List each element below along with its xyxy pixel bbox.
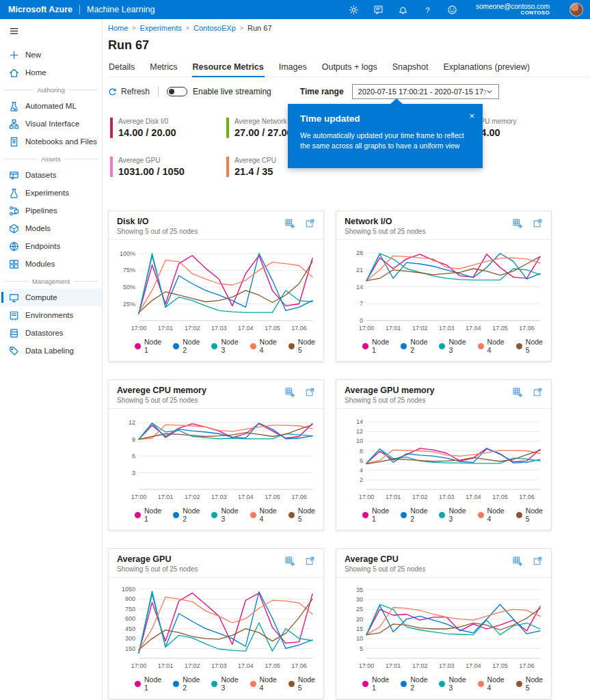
svg-text:17.04: 17.04: [466, 494, 481, 500]
sidebar-item-pipelines[interactable]: Pipelines: [0, 202, 102, 219]
refresh-button[interactable]: Refresh: [108, 87, 150, 96]
sidebar-item-environments[interactable]: Environments: [0, 306, 102, 324]
svg-text:750: 750: [125, 606, 135, 612]
summary-card-label: Averege CPU: [234, 157, 276, 164]
summary-card-3: Averege GPU1031.00 / 1050: [110, 157, 185, 177]
sidebar-item-label: Modules: [25, 260, 55, 268]
chart-actions: [512, 386, 543, 397]
legend-dot: [289, 681, 295, 687]
sidebar-item-automated-ml[interactable]: Automated ML: [0, 97, 102, 115]
sidebar-item-datastores[interactable]: Datastores: [0, 324, 102, 342]
open-external-icon[interactable]: [533, 387, 543, 397]
gear-icon[interactable]: [349, 5, 359, 15]
sidebar-item-new[interactable]: New: [0, 46, 102, 64]
svg-text:7: 7: [360, 300, 363, 307]
main-content: Home>Experiments>ContosoEXp>Run 67 Run 6…: [103, 19, 590, 700]
chart-plot: 510152025303517:0017:0117:0217.0317.0417…: [343, 582, 546, 671]
legend-item-node-3: Node 3: [439, 338, 467, 354]
tab-explanations-preview-[interactable]: Explanations (preview): [443, 59, 531, 77]
svg-text:17:02: 17:02: [412, 325, 428, 332]
sidebar-item-label: Visual Interface: [25, 120, 79, 128]
experiments-icon: [9, 188, 19, 198]
sidebar-item-home[interactable]: Home: [0, 64, 102, 81]
sidebar-item-label: Datasets: [25, 171, 56, 179]
legend-dot: [250, 343, 256, 349]
legend-dot: [362, 681, 368, 687]
legend-dot: [516, 343, 522, 349]
toast-close-icon[interactable]: ×: [469, 111, 474, 121]
breadcrumb-item-0[interactable]: Home: [108, 24, 128, 32]
svg-text:3: 3: [132, 470, 135, 476]
sidebar-item-data-labeling[interactable]: Data Labeling: [0, 342, 102, 360]
svg-text:17.06: 17.06: [519, 494, 535, 500]
sidebar-item-endpoints[interactable]: Endpoints: [0, 237, 102, 255]
time-range-label: Time range: [300, 87, 344, 96]
help-icon[interactable]: ?: [423, 5, 433, 15]
feedback-icon[interactable]: [373, 5, 384, 15]
legend-dot: [478, 512, 484, 518]
sidebar-item-compute[interactable]: Compute: [0, 288, 102, 306]
svg-text:21: 21: [356, 267, 363, 273]
svg-text:17.06: 17.06: [519, 325, 535, 332]
chart-legend: Node 1Node 2Node 3Node 4Node 5: [109, 504, 323, 530]
sidebar-item-experiments[interactable]: Experiments: [0, 184, 102, 202]
legend-dot: [250, 681, 256, 687]
sidebar-item-modules[interactable]: Modules: [0, 255, 102, 273]
tab-outputs-logs[interactable]: Outputs + logs: [321, 59, 378, 77]
svg-text:17.06: 17.06: [291, 662, 307, 669]
avatar[interactable]: [569, 3, 583, 16]
svg-text:17:03: 17:03: [211, 662, 227, 669]
grid-add-icon[interactable]: [284, 387, 295, 397]
tab-images[interactable]: Images: [278, 59, 308, 77]
open-external-icon[interactable]: [305, 387, 315, 397]
svg-text:17:00: 17:00: [131, 325, 147, 332]
tab-bar: DetailsMetricsResource MetricsImagesOutp…: [108, 59, 590, 77]
tab-metrics[interactable]: Metrics: [149, 59, 178, 77]
time-range-dropdown[interactable]: 2020-07-15 17:00:21 - 2020-07-15 17:06:3…: [352, 84, 499, 99]
account-info[interactable]: someone@contoso.com CONTOSO: [476, 3, 550, 16]
sidebar-item-label: Models: [25, 224, 51, 232]
sidebar-item-notebooks-and-files[interactable]: Notebooks and Files: [0, 133, 102, 150]
svg-text:15: 15: [356, 625, 363, 632]
svg-text:6: 6: [360, 457, 363, 464]
chart-card-header: Disk I/OShowing 5 out of 25 nodes: [109, 211, 323, 240]
open-external-icon[interactable]: [533, 218, 543, 228]
chart-title: Average GPU: [117, 554, 198, 564]
grid-add-icon[interactable]: [284, 556, 295, 566]
legend-label: Node 2: [410, 675, 429, 692]
grid-add-icon[interactable]: [512, 556, 522, 566]
chart-card-averege-cpu-memory: Averege CPU memoryShowing 5 out of 25 no…: [108, 379, 324, 530]
chart-actions: [512, 554, 543, 566]
legend-label: Node 2: [183, 338, 201, 354]
tab-resource-metrics[interactable]: Resource Metrics: [192, 59, 265, 77]
breadcrumb-item-2[interactable]: ContosoEXp: [193, 24, 236, 32]
legend-item-node-2: Node 2: [401, 507, 429, 523]
live-streaming-toggle[interactable]: [167, 87, 187, 96]
grid-add-icon[interactable]: [512, 218, 522, 228]
sidebar-item-visual-interface[interactable]: Visual Interface: [0, 115, 102, 133]
bell-icon[interactable]: [398, 5, 408, 15]
smiley-icon[interactable]: [447, 5, 457, 15]
legend-dot: [362, 343, 368, 349]
tab-details[interactable]: Details: [108, 59, 135, 77]
breadcrumb-item-1[interactable]: Experiments: [140, 24, 182, 32]
legend-item-node-5: Node 5: [516, 507, 544, 523]
open-external-icon[interactable]: [305, 556, 315, 566]
legend-dot: [135, 681, 141, 687]
svg-text:35: 35: [356, 587, 363, 593]
chart-plot-area: 0714212817:0017:0117:0217.0317.0417.0517…: [336, 240, 551, 336]
svg-text:1050: 1050: [122, 586, 135, 593]
sidebar-item-datasets[interactable]: Datasets: [0, 166, 102, 184]
chart-plot-area: 246810121417:0017:0117:0217.0317.0417.05…: [336, 409, 551, 504]
open-external-icon[interactable]: [305, 218, 315, 228]
tab-snapshot[interactable]: Snapshot: [392, 59, 429, 77]
open-external-icon[interactable]: [533, 556, 543, 566]
sidebar-item-label: Pipelines: [25, 206, 57, 215]
sidebar-item-models[interactable]: Models: [0, 219, 102, 237]
legend-label: Node 3: [448, 338, 467, 354]
grid-add-icon[interactable]: [512, 387, 522, 397]
hamburger-menu-icon[interactable]: [0, 23, 102, 46]
chart-legend: Node 1Node 2Node 3Node 4Node 5: [336, 336, 551, 361]
summary-card-value: 14.00 / 20.00: [118, 127, 176, 138]
grid-add-icon[interactable]: [284, 218, 295, 228]
